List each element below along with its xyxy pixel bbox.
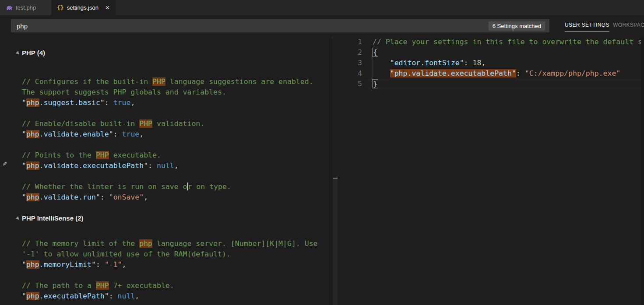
- code-token: validation.: [152, 119, 204, 128]
- code-token: .validate.run: [39, 193, 96, 201]
- code-token: "C:/xampp/php/php.exe": [525, 69, 621, 77]
- code-line[interactable]: "php.executablePath": null,: [22, 291, 332, 301]
- line-content[interactable]: }: [362, 79, 378, 89]
- json-braces-icon: {}: [57, 4, 64, 11]
- code-token: ": [390, 69, 394, 77]
- workspace-settings-tab[interactable]: WORKSPACE SETTINGS: [613, 22, 644, 28]
- code-line[interactable]: // The path to a PHP 7+ executable.: [22, 280, 332, 291]
- code-token: php.validate.executablePath: [394, 69, 512, 77]
- code-token: php: [139, 239, 152, 248]
- editor-line[interactable]: 5}: [338, 79, 644, 89]
- php-elephant-icon: [6, 5, 13, 11]
- editor-line[interactable]: 3 "editor.fontSize": 18,: [338, 58, 644, 68]
- code-token: // Place your settings in this file to o…: [373, 38, 644, 46]
- line-content[interactable]: // Place your settings in this file to o…: [362, 37, 644, 47]
- code-token: php: [26, 193, 39, 201]
- setting-block: // Points to the PHP executable."php.val…: [22, 150, 332, 171]
- code-token: ":: [144, 161, 157, 170]
- code-token: php: [26, 98, 39, 107]
- editor-line[interactable]: 1// Place your settings in this file to …: [338, 37, 644, 47]
- code-token: :: [516, 69, 525, 77]
- code-token: // The path to a: [22, 281, 96, 290]
- code-token: language server. [Number][K|M|G]. Use: [152, 239, 318, 248]
- user-settings-tab[interactable]: USER SETTINGS: [565, 22, 609, 32]
- editor-line[interactable]: 2{: [338, 47, 644, 58]
- code-token: php: [26, 161, 39, 170]
- code-token: ": [512, 69, 516, 77]
- code-line[interactable]: "php.suggest.basic": true,: [22, 98, 332, 108]
- code-token: ":: [460, 59, 473, 67]
- code-line[interactable]: // The memory limit of the php language …: [22, 238, 332, 249]
- code-line[interactable]: // Configures if the built-in PHP langua…: [22, 77, 332, 87]
- code-token: // Whether the linter is run on save o: [22, 182, 187, 191]
- code-token: PHP: [96, 281, 109, 290]
- line-content[interactable]: "php.validate.executablePath": "C:/xampp…: [362, 68, 620, 79]
- code-token: ,: [139, 130, 144, 138]
- scrollbar-thumb[interactable]: [333, 178, 338, 305]
- code-token: [373, 69, 390, 77]
- settings-search-input[interactable]: [17, 22, 489, 30]
- settings-group-header[interactable]: ▶PHP IntelliSense (2): [17, 213, 332, 224]
- code-token: "-1": [105, 260, 122, 269]
- code-token: true: [122, 130, 140, 138]
- default-settings-pane[interactable]: ✎ ▶PHP (4)// Configures if the built-in …: [0, 37, 332, 305]
- line-content[interactable]: "editor.fontSize": 18,: [362, 58, 486, 68]
- code-token: ": [22, 130, 26, 138]
- code-token: php: [26, 130, 39, 138]
- code-token: The support suggests PHP globals and var…: [22, 88, 226, 96]
- code-token: // Points to the: [22, 151, 96, 159]
- settings-search-box[interactable]: 6 Settings matched: [11, 19, 549, 32]
- tab-label: settings.json: [67, 4, 99, 11]
- settings-json-pane[interactable]: 1// Place your settings in this file to …: [338, 37, 644, 305]
- pane-divider-scrollbar[interactable]: [332, 37, 338, 305]
- code-token: ": [22, 98, 26, 107]
- code-line[interactable]: The support suggests PHP globals and var…: [22, 87, 332, 98]
- code-token: ":: [105, 292, 118, 300]
- code-line[interactable]: // Whether the linter is run on save or …: [22, 182, 332, 192]
- close-icon[interactable]: ✕: [105, 4, 110, 11]
- code-token: .executablePath: [39, 292, 105, 300]
- code-token: "onSave": [109, 193, 144, 201]
- settings-group-header[interactable]: ▶PHP (4): [17, 48, 332, 59]
- settings-json-lines: 1// Place your settings in this file to …: [338, 37, 644, 89]
- code-token: ,: [135, 292, 139, 300]
- code-token: ": [373, 59, 394, 67]
- code-token: // Configures if the built-in: [22, 77, 152, 86]
- code-line[interactable]: // Enable/disable built-in PHP validatio…: [22, 119, 332, 129]
- code-line[interactable]: // Points to the PHP executable.: [22, 150, 332, 161]
- code-token: // Enable/disable built-in: [22, 119, 139, 128]
- editor-split-area: ✎ ▶PHP (4)// Configures if the built-in …: [0, 37, 644, 305]
- setting-block: // Whether the linter is run on save or …: [22, 182, 332, 203]
- code-token: '-1' to allow unlimited use of the RAM(d…: [22, 250, 231, 258]
- code-line[interactable]: '-1' to allow unlimited use of the RAM(d…: [22, 249, 332, 259]
- settings-count-badge: 6 Settings matched: [489, 21, 545, 31]
- code-token: .validate.enable: [39, 130, 109, 138]
- code-token: ":: [96, 193, 109, 201]
- code-token: r on type.: [188, 182, 231, 191]
- code-line[interactable]: "php.validate.executablePath": null,: [22, 161, 332, 171]
- code-token: ":: [91, 260, 105, 269]
- code-token: ,: [122, 260, 127, 269]
- default-settings-content: ▶PHP (4)// Configures if the built-in PH…: [22, 48, 332, 301]
- code-line[interactable]: "php.validate.enable": true,: [22, 129, 332, 140]
- edit-setting-pencil-icon[interactable]: ✎: [3, 158, 7, 169]
- code-token: .validate.executablePath: [39, 161, 144, 170]
- tab-test-php[interactable]: test.php: [0, 0, 51, 15]
- code-token: PHP: [139, 119, 152, 128]
- code-token: ":: [109, 130, 122, 138]
- code-token: .memoryLimit: [39, 260, 91, 269]
- code-token: {: [373, 48, 378, 56]
- setting-block: // The path to a PHP 7+ executable."php.…: [22, 280, 332, 301]
- tab-settings-json[interactable]: {} settings.json ✕: [51, 0, 116, 15]
- editor-line[interactable]: 4 "php.validate.executablePath": "C:/xam…: [338, 68, 644, 79]
- code-token: null: [157, 161, 174, 170]
- vscode-window: test.php {} settings.json ✕ 6 Settings m…: [0, 0, 644, 305]
- code-token: PHP: [152, 77, 165, 86]
- code-line[interactable]: "php.validate.run": "onSave",: [22, 192, 332, 203]
- code-token: }: [373, 80, 378, 88]
- code-line[interactable]: "php.memoryLimit": "-1",: [22, 259, 332, 270]
- line-content[interactable]: {: [362, 47, 378, 58]
- code-token: .suggest.basic: [39, 98, 100, 107]
- code-token: ,: [144, 193, 148, 201]
- code-token: executable.: [109, 151, 161, 159]
